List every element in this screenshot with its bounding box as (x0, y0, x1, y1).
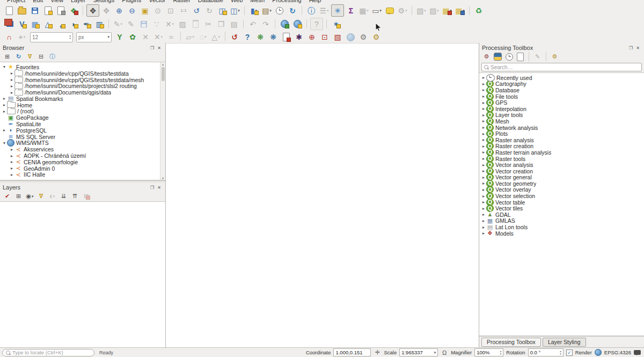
menu-item[interactable]: Database (198, 0, 223, 3)
plugin-share-button[interactable]: ♻ (473, 5, 485, 16)
expander-icon[interactable]: ▸ (9, 166, 14, 171)
expander-icon[interactable]: ▸ (481, 137, 486, 142)
map-tips-button[interactable] (384, 5, 396, 16)
vertex-snap-all-button[interactable]: ✕ ▾ (152, 32, 164, 43)
browser-tree-item[interactable]: ≋ MS SQL Server (0, 134, 165, 140)
coordinate-capture-button[interactable]: ⊡ (319, 32, 331, 43)
field-calculator-button[interactable]: ▦ ▾ (441, 5, 453, 16)
zoom-full-extent-button[interactable]: ▣ (139, 5, 151, 16)
paste-features-button[interactable]: ▤ (228, 18, 240, 30)
models-menu-button[interactable]: ⚙ (481, 53, 492, 61)
expander-icon[interactable]: ▸ (481, 144, 486, 149)
processing-tree-item[interactable]: ▸ Q Raster terrain analysis (479, 149, 644, 156)
toggle-extents-icon[interactable]: ✛ (374, 349, 381, 356)
undo-button[interactable]: ↶ (247, 18, 259, 30)
plugin-feature-green-button[interactable]: ❋ (254, 32, 266, 43)
expander-icon[interactable]: ▸ (2, 109, 7, 114)
map-canvas[interactable] (166, 43, 479, 348)
pan-map-button[interactable]: ✥ (86, 4, 99, 17)
snapping-toggle-button[interactable]: ∩ (3, 32, 15, 43)
add-delimited-text-button[interactable]: , (55, 18, 67, 30)
layers-list[interactable] (0, 201, 165, 348)
processing-tree-item[interactable]: ▸ Q Vector general (479, 174, 644, 181)
menu-item[interactable]: Mesh (250, 0, 265, 3)
style-manager-button[interactable]: ❖ (68, 5, 79, 16)
expander-icon[interactable]: ▸ (481, 156, 486, 161)
expander-icon[interactable]: ▸ (481, 132, 486, 136)
add-record-button[interactable]: ∵ (151, 18, 163, 30)
browser-tree-item[interactable]: ▸ /home/isunni/Documents/qgis/data (0, 89, 165, 96)
zoom-out-button[interactable]: ⊖ (126, 5, 138, 16)
browser-tree-item[interactable]: ▸ ▤ Spatial Bookmarks (0, 96, 165, 102)
expander-icon[interactable]: ▸ (9, 90, 14, 95)
expander-icon[interactable]: ▸ (9, 84, 14, 89)
browser-tree-item[interactable]: ▣ GeoPackage (0, 114, 165, 121)
menu-item[interactable]: Plugins (122, 0, 141, 3)
deselect-features-button[interactable]: ▨ ▾ (428, 5, 440, 16)
expander-icon[interactable]: ▸ (481, 88, 486, 92)
float-panel-button[interactable]: ❐ (149, 45, 156, 51)
expander-icon[interactable]: ▾ (2, 141, 7, 145)
zoom-in-button[interactable]: ⊕ (113, 5, 125, 16)
mesh-digitizing-button[interactable]: △ ▾ (210, 32, 222, 43)
processing-tree-item[interactable]: ▸ Q Vector table (479, 199, 644, 206)
show-bookmarks-button[interactable]: ▤ ▾ (261, 5, 273, 16)
zoom-native-button[interactable]: 1:1 (178, 5, 189, 16)
processing-tree-item[interactable]: ▸ Q Interpolation (479, 106, 644, 112)
processing-tree-item[interactable]: ▸ Q Vector tiles (479, 205, 644, 212)
zoom-last-button[interactable]: ↺ (191, 5, 202, 16)
coordinate-input[interactable]: 1.000,0.151 (333, 348, 371, 356)
browser-tree-item[interactable]: ▸ /home/isunni/dev/cpp/QGIS/tests/testda… (0, 77, 165, 83)
avoid-intersections-button[interactable]: ✿ (127, 32, 138, 43)
expander-icon[interactable]: ▸ (9, 159, 14, 164)
spin-arrows-icon[interactable]: ▴▾ (500, 350, 502, 355)
add-vector-layer-button[interactable]: V (16, 18, 28, 30)
processing-tree-item[interactable]: ▸ Q Raster tools (479, 156, 644, 162)
georeferencer-button[interactable]: ⚙ (357, 32, 369, 43)
expander-icon[interactable]: ▸ (481, 119, 486, 123)
refresh-browser-button[interactable]: ↻ (13, 53, 24, 61)
browser-tree-item[interactable]: ▸ ◗ PostgreSQL (0, 127, 165, 134)
processing-tree-item[interactable]: ▸ ▲ GDAL (479, 212, 644, 218)
filter-expression-button[interactable]: ε ▾ (47, 192, 57, 201)
plugin-spider-button[interactable]: ✱ (293, 32, 305, 43)
layer-styling-button[interactable]: ✔ (2, 192, 12, 201)
filter-legend-button[interactable]: ∇ (36, 192, 46, 201)
browser-tree-item[interactable]: ▸ ≺ CENIA geomorfologie (0, 159, 165, 165)
edit-in-place-button[interactable]: ✎ (532, 53, 543, 61)
expander-icon[interactable]: ▸ (9, 147, 14, 152)
zoom-to-coordinate-button[interactable]: ⊕ (306, 32, 318, 43)
new-print-layout-button[interactable] (42, 5, 54, 16)
tracing-button[interactable]: ≈ (165, 32, 177, 43)
expander-icon[interactable]: ▸ (9, 172, 14, 177)
close-panel-button[interactable]: ✕ (634, 45, 641, 51)
render-checkbox[interactable]: ✓ (566, 349, 573, 356)
digitize-circle-button[interactable]: ◌ ▾ (197, 32, 209, 43)
expander-icon[interactable]: ▸ (481, 82, 486, 86)
vertex-snap-button[interactable]: ✕ (140, 32, 151, 43)
processing-tree-item[interactable]: ▸ ▤ Lat Lon tools (479, 224, 644, 230)
processing-tree-item[interactable]: ▸ Q GPS (479, 99, 644, 106)
processing-tree-item[interactable]: ▸ Q File tools (479, 93, 644, 100)
plugin-compass-button[interactable]: ✶ (330, 18, 342, 30)
processing-tree-item[interactable]: ▸ Q Mesh (479, 118, 644, 125)
plugin-new-page-button[interactable] (280, 32, 292, 43)
float-panel-button[interactable]: ❐ (627, 45, 634, 51)
collapse-all-button[interactable]: ⊟ (36, 53, 46, 61)
browser-tree-item[interactable]: ▾ WMS/WMTS (0, 140, 165, 147)
expander-icon[interactable]: ▸ (2, 103, 7, 107)
locator-input[interactable]: Type to locate (Ctrl+K) (2, 349, 94, 356)
browser-tree-item[interactable]: ▸ ≺ Aksservices (0, 146, 165, 152)
expander-icon[interactable]: ▸ (481, 169, 486, 173)
float-panel-button[interactable]: ❐ (149, 184, 156, 191)
expander-icon[interactable]: ▸ (481, 231, 486, 236)
scale-combo[interactable]: 1:965337 ▾ (399, 348, 438, 356)
browser-tree-item[interactable]: ▸ ≺ AOPK - Chráněná území (0, 152, 165, 159)
menu-item[interactable]: Project (7, 0, 25, 3)
add-raster-layer-button[interactable]: ▦ (29, 18, 41, 30)
processing-tree-item[interactable]: ▸ Q Vector geometry (479, 180, 644, 187)
snapping-mode-button[interactable]: ⌖ ▾ (16, 32, 28, 43)
expander-icon[interactable]: ▸ (9, 154, 14, 158)
properties-widget-button[interactable]: ⓘ (47, 53, 57, 61)
processing-tree-item[interactable]: ▸ Q Network analysis (479, 125, 644, 131)
